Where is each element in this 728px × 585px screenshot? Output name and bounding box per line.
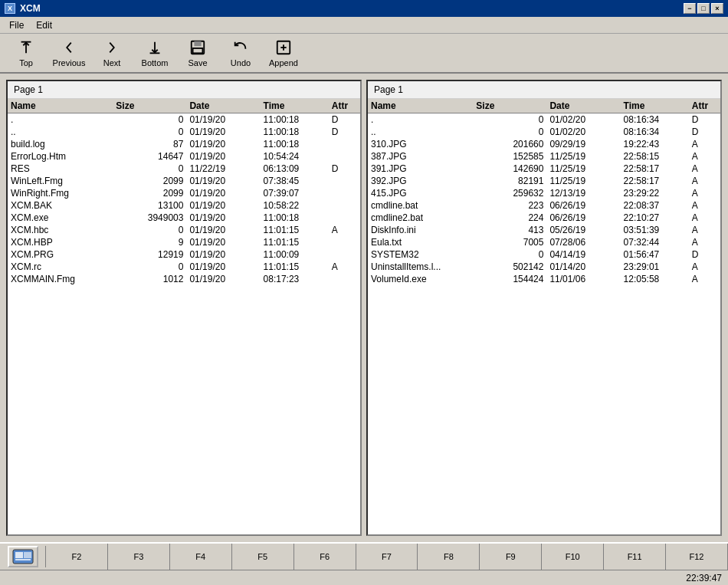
table-row[interactable]: build.log 87 01/19/20 11:00:18: [8, 138, 360, 150]
cell-attr: A: [689, 150, 720, 163]
close-button[interactable]: ×: [711, 3, 723, 14]
table-row[interactable]: WinRight.Fmg 2099 01/19/20 07:39:07: [8, 187, 360, 199]
previous-button[interactable]: Previous: [49, 36, 89, 70]
fkey-f3[interactable]: F3: [108, 544, 170, 570]
cell-name: 415.JPG: [368, 187, 473, 199]
cell-size: 0: [113, 126, 186, 138]
table-row[interactable]: Eula.txt 7005 07/28/06 07:32:44 A: [368, 236, 720, 248]
cell-size: 0: [113, 163, 186, 175]
left-file-table[interactable]: Name Size Date Time Attr . 0 01/19/20 11…: [8, 99, 360, 534]
cell-time: 23:29:01: [621, 261, 689, 273]
cell-date: 01/02/20: [546, 126, 620, 138]
cell-attr: D: [329, 163, 360, 175]
fkey-f4[interactable]: F4: [170, 544, 232, 570]
undo-icon: [231, 38, 250, 57]
cell-name: XCM.HBP: [8, 236, 113, 248]
fkey-f2[interactable]: F2: [46, 544, 108, 570]
cell-attr: D: [689, 248, 720, 261]
cell-name: ..: [8, 126, 113, 138]
table-row[interactable]: XCM.hbc 0 01/19/20 11:01:15 A: [8, 224, 360, 236]
cell-name: 310.JPG: [368, 138, 473, 150]
fkey-f12[interactable]: F12: [666, 544, 728, 570]
cell-date: 01/02/20: [546, 113, 620, 127]
table-row[interactable]: WinLeft.Fmg 2099 01/19/20 07:38:45: [8, 175, 360, 187]
fkey-f11[interactable]: F11: [604, 544, 666, 570]
fkey-f10[interactable]: F10: [542, 544, 604, 570]
fkey-f8[interactable]: F8: [418, 544, 480, 570]
cell-time: 22:10:27: [621, 212, 689, 224]
table-row[interactable]: XCM.rc 0 01/19/20 11:01:15 A: [8, 261, 360, 273]
table-row[interactable]: . 0 01/02/20 08:16:34 D: [368, 113, 720, 127]
table-row[interactable]: 387.JPG 152585 11/25/19 22:58:15 A: [368, 150, 720, 163]
table-row[interactable]: UninstallItems.l... 502142 01/14/20 23:2…: [368, 261, 720, 273]
bottom-button[interactable]: Bottom: [135, 36, 175, 70]
fkey-f9[interactable]: F9: [480, 544, 542, 570]
table-row[interactable]: 415.JPG 259632 12/13/19 23:29:22 A: [368, 187, 720, 199]
table-row[interactable]: XCM.exe 3949003 01/19/20 11:00:18: [8, 212, 360, 224]
cell-size: 12919: [113, 248, 186, 261]
top-button[interactable]: Top: [6, 36, 46, 70]
cell-attr: [329, 138, 360, 150]
bottom-label: Bottom: [142, 58, 169, 67]
table-row[interactable]: . 0 01/19/20 11:00:18 D: [8, 113, 360, 127]
status-bar: 22:39:47: [0, 570, 728, 585]
fkey-f1-area[interactable]: [0, 546, 46, 567]
table-row[interactable]: SYSTEM32 0 04/14/19 01:56:47 D: [368, 248, 720, 261]
cell-size: 1012: [113, 273, 186, 285]
right-file-table[interactable]: Name Size Date Time Attr . 0 01/02/20 08…: [368, 99, 720, 534]
append-button[interactable]: Append: [264, 36, 303, 70]
table-row[interactable]: XCMMAIN.Fmg 1012 01/19/20 08:17:23: [8, 273, 360, 285]
table-row[interactable]: XCM.PRG 12919 01/19/20 11:00:09: [8, 248, 360, 261]
app-icon: X: [5, 3, 15, 14]
cell-time: 11:00:18: [261, 113, 329, 127]
title-text: XCM: [20, 3, 41, 14]
table-row[interactable]: .. 0 01/02/20 08:16:34 D: [368, 126, 720, 138]
fkey-bar: F2 F3 F4 F5 F6 F7 F8 F9 F10 F11 F12: [0, 542, 728, 570]
cell-name: ErrorLog.Htm: [8, 150, 113, 163]
table-row[interactable]: XCM.HBP 9 01/19/20 11:01:15: [8, 236, 360, 248]
cell-size: 0: [473, 248, 546, 261]
maximize-button[interactable]: □: [697, 3, 710, 14]
table-row[interactable]: VolumeId.exe 154424 11/01/06 12:05:58 A: [368, 273, 720, 285]
fkey-f6[interactable]: F6: [294, 544, 356, 570]
cell-date: 01/19/20: [186, 224, 260, 236]
table-row[interactable]: XCM.BAK 13100 01/19/20 10:58:22: [8, 199, 360, 212]
right-table-body: . 0 01/02/20 08:16:34 D .. 0 01/02/20 08…: [368, 113, 720, 286]
cell-time: 12:05:58: [621, 273, 689, 285]
table-row[interactable]: cmdline.bat 223 06/26/19 22:08:37 A: [368, 199, 720, 212]
fkey-f7[interactable]: F7: [356, 544, 418, 570]
cell-name: UninstallItems.l...: [368, 261, 473, 273]
save-button[interactable]: Save: [178, 36, 218, 70]
cell-date: 01/19/20: [186, 126, 260, 138]
table-row[interactable]: 310.JPG 201660 09/29/19 19:22:43 A: [368, 138, 720, 150]
minimize-button[interactable]: −: [684, 3, 696, 14]
table-row[interactable]: 392.JPG 82191 11/25/19 22:58:17 A: [368, 175, 720, 187]
undo-button[interactable]: Undo: [221, 36, 261, 70]
cell-name: WinRight.Fmg: [8, 187, 113, 199]
title-controls: − □ ×: [684, 3, 723, 14]
left-col-name: Name: [8, 99, 113, 113]
cell-time: 10:58:22: [261, 199, 329, 212]
cell-date: 11/01/06: [546, 273, 620, 285]
cell-size: 259632: [473, 187, 546, 199]
left-panel: Page 1 Name Size Date Time Attr . 0 01/1…: [6, 80, 362, 536]
menu-file[interactable]: File: [3, 18, 30, 32]
right-panel: Page 1 Name Size Date Time Attr . 0 01/0…: [366, 80, 722, 536]
table-row[interactable]: ErrorLog.Htm 14647 01/19/20 10:54:24: [8, 150, 360, 163]
left-col-date: Date: [186, 99, 260, 113]
cell-size: 154424: [473, 273, 546, 285]
table-row[interactable]: cmdline2.bat 224 06/26/19 22:10:27 A: [368, 212, 720, 224]
table-row[interactable]: 391.JPG 142690 11/25/19 22:58:17 A: [368, 163, 720, 175]
cell-name: cmdline2.bat: [368, 212, 473, 224]
fkey-f5[interactable]: F5: [232, 544, 294, 570]
next-button[interactable]: Next: [92, 36, 132, 70]
left-col-size: Size: [113, 99, 186, 113]
table-row[interactable]: DiskInfo.ini 413 05/26/19 03:51:39 A: [368, 224, 720, 236]
menu-edit[interactable]: Edit: [30, 18, 58, 32]
cell-size: 0: [113, 113, 186, 127]
table-row[interactable]: .. 0 01/19/20 11:00:18 D: [8, 126, 360, 138]
table-row[interactable]: RES 0 11/22/19 06:13:09 D: [8, 163, 360, 175]
bottom-icon: [146, 38, 164, 57]
cell-name: Eula.txt: [368, 236, 473, 248]
cell-time: 11:00:09: [261, 248, 329, 261]
